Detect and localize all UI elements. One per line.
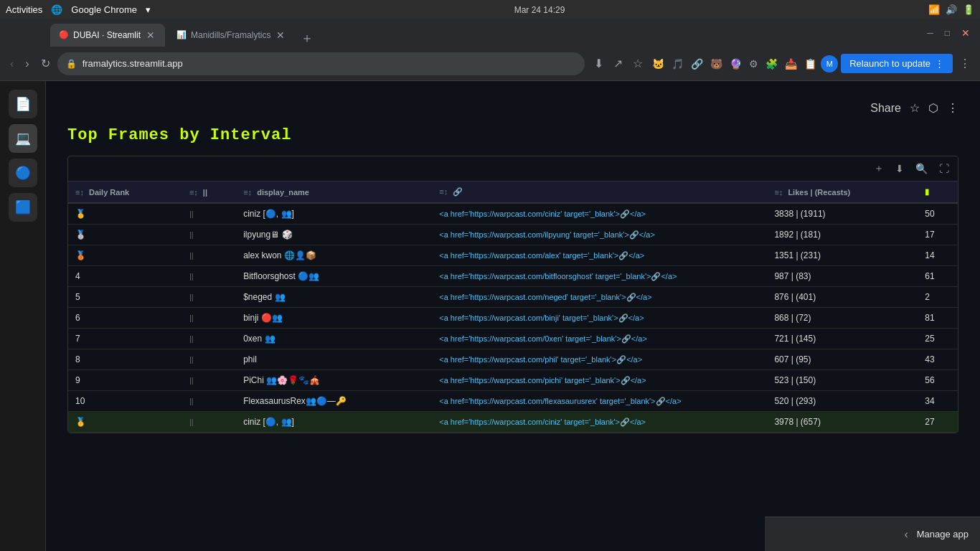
col-extra[interactable]: ▮ bbox=[918, 182, 958, 203]
relaunch-label: Relaunch to update bbox=[849, 58, 930, 69]
tab-dubai-streamlit[interactable]: 🔴 DUBAI · Streamlit ✕ bbox=[50, 24, 165, 47]
extra-cell: 2 bbox=[918, 287, 958, 308]
ext-icon-3[interactable]: 🔗 bbox=[688, 55, 706, 72]
likes-cell: 876 | (401) bbox=[767, 287, 918, 308]
tab2-close-icon[interactable]: ✕ bbox=[275, 28, 286, 42]
browser-dropdown-icon[interactable]: ▾ bbox=[146, 4, 151, 15]
browser-name-label: Google Chrome bbox=[71, 4, 137, 15]
main-content: Share ☆ ⬡ ⋮ Top Frames by Interval ＋ ⬇ 🔍… bbox=[46, 81, 980, 551]
url-bar[interactable]: 🔒 framalytics.streamlit.app bbox=[57, 52, 585, 75]
maximize-button[interactable]: □ bbox=[941, 27, 954, 39]
table-row: 8||phil<a href='https://warpcast.com/phi… bbox=[68, 349, 958, 370]
url-cell[interactable]: <a href='https://warpcast.com/neged' tar… bbox=[432, 287, 767, 308]
likes-cell: 1351 | (231) bbox=[767, 245, 918, 266]
chevron-left-icon[interactable]: ‹ bbox=[904, 528, 908, 541]
table-download-button[interactable]: ⬇ bbox=[892, 161, 907, 176]
url-cell[interactable]: <a href='https://warpcast.com/pichi' tar… bbox=[432, 370, 767, 391]
chrome-window: 🔴 DUBAI · Streamlit ✕ 📊 Manidills/Framal… bbox=[0, 19, 980, 551]
tab1-favicon: 🔴 bbox=[59, 30, 69, 40]
share-app-label[interactable]: Share bbox=[870, 102, 901, 115]
chrome-menu-button[interactable]: ⋮ bbox=[956, 53, 974, 74]
sidebar-icon-doc[interactable]: 📄 bbox=[9, 90, 37, 118]
relaunch-button[interactable]: Relaunch to update ⋮ bbox=[841, 54, 953, 73]
url-cell[interactable]: <a href='https://warpcast.com/ciniz' tar… bbox=[432, 203, 767, 225]
table-add-button[interactable]: ＋ bbox=[871, 161, 887, 176]
tab2-favicon: 📊 bbox=[176, 30, 187, 40]
tab-framalytics[interactable]: 📊 Manidills/Framalytics ✕ bbox=[168, 24, 295, 47]
likes-cell: 987 | (83) bbox=[767, 266, 918, 287]
col-daily-rank[interactable]: ≡↕ Daily Rank bbox=[68, 182, 182, 203]
sidebar-icon-vscode[interactable]: 🟦 bbox=[9, 193, 37, 222]
likes-cell: 721 | (145) bbox=[767, 329, 918, 349]
table-row: 🥇||ciniz [🔵, 👥]<a href='https://warpcast… bbox=[68, 203, 958, 225]
table-fullscreen-button[interactable]: ⛶ bbox=[936, 161, 952, 176]
ext-icon-5[interactable]: 🔮 bbox=[727, 55, 745, 72]
back-button[interactable]: ‹ bbox=[6, 53, 18, 75]
url-cell[interactable]: <a href='https://warpcast.com/bitfloorsg… bbox=[432, 266, 767, 287]
wifi-icon: 📶 bbox=[928, 4, 940, 15]
ext-icon-4[interactable]: 🐻 bbox=[707, 55, 725, 72]
col-likes[interactable]: ≡↕ Likes | (Recasts) bbox=[767, 182, 918, 203]
ext-icon-8[interactable]: 📥 bbox=[782, 55, 800, 72]
ext-icon-6[interactable]: ⚙ bbox=[746, 55, 761, 72]
sidebar-icon-chrome[interactable]: 🔵 bbox=[9, 159, 37, 187]
sidebar-icon-terminal[interactable]: 💻 bbox=[9, 124, 37, 153]
ext-icon-1[interactable]: 🐱 bbox=[649, 55, 667, 72]
url-cell[interactable]: <a href='https://warpcast.com/phil' targ… bbox=[432, 349, 767, 370]
app-header: Share ☆ ⬡ ⋮ bbox=[67, 95, 958, 126]
display-name-cell: PiChi 👥🌸🌹🐾🎪 bbox=[236, 370, 432, 391]
table-search-button[interactable]: 🔍 bbox=[913, 161, 930, 176]
ext-icon-2[interactable]: 🎵 bbox=[669, 55, 687, 72]
star-icon[interactable]: ☆ bbox=[910, 101, 920, 115]
table-row: 6||binji 🔴👥<a href='https://warpcast.com… bbox=[68, 308, 958, 329]
url-cell[interactable]: <a href='https://warpcast.com/0xen' targ… bbox=[432, 329, 767, 349]
manage-app-label[interactable]: Manage app bbox=[917, 529, 969, 540]
volume-icon: 🔊 bbox=[946, 4, 957, 15]
rank-cell: 🥉 bbox=[68, 245, 182, 266]
forward-button[interactable]: › bbox=[21, 53, 33, 75]
bar-cell: || bbox=[182, 225, 236, 245]
section-title: Top Frames by Interval bbox=[67, 126, 958, 144]
activities-label[interactable]: Activities bbox=[6, 4, 42, 15]
rank-cell: 5 bbox=[68, 287, 182, 308]
bookmark-button[interactable]: ☆ bbox=[629, 53, 646, 74]
reload-button[interactable]: ↻ bbox=[37, 52, 55, 75]
url-cell[interactable]: <a href='https://warpcast.com/flexasauru… bbox=[432, 391, 767, 412]
table-row: 🥉||alex kwon 🌐👤📦<a href='https://warpcas… bbox=[68, 245, 958, 266]
col-sort-icon-1: ≡↕ bbox=[75, 188, 84, 197]
download-page-button[interactable]: ⬇ bbox=[590, 53, 607, 74]
github-icon[interactable]: ⬡ bbox=[928, 101, 938, 115]
frames-table: ≡↕ Daily Rank ≡↕ || ≡↕ display_name bbox=[68, 182, 958, 433]
rank-cell: 8 bbox=[68, 349, 182, 370]
extra-cell: 81 bbox=[918, 308, 958, 329]
url-cell[interactable]: <a href='https://warpcast.com/binji' tar… bbox=[432, 308, 767, 329]
table-row: 9||PiChi 👥🌸🌹🐾🎪<a href='https://warpcast.… bbox=[68, 370, 958, 391]
ext-icon-9[interactable]: 📋 bbox=[801, 55, 819, 72]
col-bar[interactable]: ≡↕ || bbox=[182, 182, 236, 203]
url-text: framalytics.streamlit.app bbox=[83, 58, 577, 69]
bar-cell: || bbox=[182, 245, 236, 266]
relaunch-menu-icon[interactable]: ⋮ bbox=[935, 58, 944, 69]
bottom-panel: ‹ Manage app bbox=[765, 517, 980, 551]
bar-cell: || bbox=[182, 329, 236, 349]
app-menu-icon[interactable]: ⋮ bbox=[947, 101, 958, 115]
data-table-container: ＋ ⬇ 🔍 ⛶ ≡↕ Daily Rank ≡↕ bbox=[67, 156, 958, 433]
col-sort-icon-3: ≡↕ bbox=[243, 188, 252, 197]
display-name-cell: binji 🔴👥 bbox=[236, 308, 432, 329]
url-cell[interactable]: <a href='https://warpcast.com/ilpyung' t… bbox=[432, 225, 767, 245]
new-tab-button[interactable]: ＋ bbox=[295, 29, 319, 47]
bar-cell: || bbox=[182, 203, 236, 225]
minimize-button[interactable]: ─ bbox=[923, 27, 938, 39]
share-button[interactable]: ↗ bbox=[610, 53, 626, 74]
ext-icon-7[interactable]: 🧩 bbox=[763, 55, 781, 72]
url-cell[interactable]: <a href='https://warpcast.com/alex' targ… bbox=[432, 245, 767, 266]
likes-cell: 3978 | (657) bbox=[767, 412, 918, 433]
os-bar: Activities 🌐 Google Chrome ▾ Mar 24 14:2… bbox=[0, 0, 980, 19]
profile-icon[interactable]: M bbox=[821, 55, 838, 72]
tab1-close-icon[interactable]: ✕ bbox=[145, 28, 156, 42]
likes-cell: 523 | (150) bbox=[767, 370, 918, 391]
col-link[interactable]: ≡↕ 🔗 bbox=[432, 182, 767, 203]
close-window-button[interactable]: ✕ bbox=[957, 26, 974, 40]
col-display-name[interactable]: ≡↕ display_name bbox=[236, 182, 432, 203]
url-cell[interactable]: <a href='https://warpcast.com/ciniz' tar… bbox=[432, 412, 767, 433]
